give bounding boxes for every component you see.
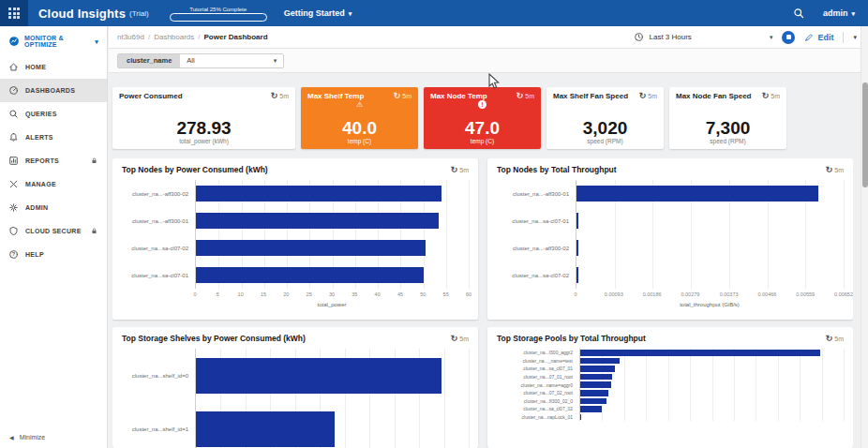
warning-triangle-icon: ⚠ (356, 100, 363, 109)
sidebar-item-label: ADMIN (25, 204, 48, 211)
breadcrumb-bar: nt3u69d / Dashboards / Power Dashboard L… (109, 26, 868, 49)
bar-segment[interactable] (580, 374, 612, 381)
kpi-card-max-node-temp[interactable]: Max Node Temp↻5m!47.0temp (C) (424, 87, 541, 149)
kpi-card-power-consumed[interactable]: Power Consumed↻5m278.93total_power (kWh) (112, 87, 295, 149)
bar-segment[interactable] (580, 398, 606, 405)
kpi-card-max-shelf-fan-speed[interactable]: Max Shelf Fan Speed↻5m3,020speed (RPM) (546, 87, 664, 149)
kpi-value: 7,300 (676, 119, 780, 138)
x-tick-label: 35 (352, 291, 357, 297)
y-axis-labels: cluster_na...-aff300-02cluster_na...-aff… (122, 180, 195, 289)
x-axis-title: total_throughput (GiB/s) (497, 302, 844, 307)
refresh-icon: ↻ (394, 92, 401, 99)
lock-icon (90, 227, 98, 235)
kpi-card-max-node-fan-speed[interactable]: Max Node Fan Speed↻5m7,300speed (RPM) (669, 87, 786, 149)
chart-panel-top-pools-throughput: Top Storage Pools by Total Throughput↻5m… (487, 327, 853, 448)
refresh-icon: ↻ (516, 92, 524, 99)
sidebar-item-label: HELP (25, 251, 44, 258)
sidebar-item-dashboards[interactable]: DASHBOARDS (0, 79, 107, 102)
refresh-control[interactable]: ↻5m (639, 92, 657, 99)
sidebar-item-home[interactable]: HOME (0, 55, 107, 79)
sidebar-item-help[interactable]: ?HELP (0, 243, 107, 266)
brand-title: Cloud Insights (38, 7, 126, 21)
bar-segment[interactable] (580, 350, 820, 356)
chart-title: Top Nodes by Total Throughput (497, 165, 617, 174)
breadcrumb-root[interactable]: nt3u69d (117, 33, 144, 41)
time-range-value: Last 3 Hours (649, 33, 691, 41)
sidebar-item-reports[interactable]: REPORTS (0, 149, 107, 172)
bar-segment[interactable] (580, 406, 602, 412)
refresh-control[interactable]: ↻5m (271, 92, 289, 99)
collapse-left-icon: ◀ (9, 434, 14, 441)
breadcrumb-separator: / (198, 33, 200, 41)
bar-segment[interactable] (580, 390, 608, 396)
y-axis-label: cluster_na...-aff300-02 (497, 234, 576, 261)
sidebar-item-alerts[interactable]: ALERTS (0, 126, 107, 149)
bar-segment[interactable] (196, 358, 441, 394)
sidebar-item-label: CLOUD SECURE (25, 228, 82, 234)
x-tick-label: 0 (193, 291, 196, 297)
refresh-control[interactable]: ↻5m (762, 92, 780, 99)
breadcrumb-dashboards[interactable]: Dashboards (154, 33, 194, 41)
sidebar-item-queries[interactable]: QUERIES (0, 102, 107, 126)
bar-segment[interactable] (576, 186, 818, 202)
refresh-control[interactable]: ↻5m (516, 92, 534, 99)
critical-circle-icon: ! (478, 100, 486, 109)
refresh-control[interactable]: ↻5m (451, 166, 469, 173)
y-axis-label: cluster_na...-aff300-01 (122, 207, 195, 234)
bar-segment[interactable] (196, 186, 441, 202)
bar-segment[interactable] (196, 213, 439, 229)
sidebar-item-label: HOME (25, 64, 46, 70)
y-axis-label: cluster_na...f300_aggr2 (497, 349, 579, 357)
bar-segment[interactable] (196, 267, 424, 283)
refresh-control[interactable]: ↻5m (451, 335, 469, 342)
refresh-interval: 5m (459, 336, 469, 342)
bar-segment[interactable] (196, 411, 335, 447)
x-tick-label: 25 (307, 291, 312, 297)
time-range-select[interactable]: Last 3 Hours ▾ (634, 32, 772, 42)
x-tick-label: 0.00373 (720, 291, 739, 297)
edit-dashboard-button[interactable]: Edit (804, 33, 833, 42)
x-tick-label: 0.00559 (796, 291, 815, 297)
vertical-scrollbar[interactable] (861, 26, 868, 448)
dashboard-actions-dropdown[interactable]: ▾ (853, 34, 857, 41)
bar-segment[interactable] (580, 414, 581, 421)
filter-value-select[interactable]: All ▾ (180, 54, 283, 67)
bar-segment[interactable] (576, 267, 578, 283)
bar-segment[interactable] (576, 213, 578, 229)
getting-started-label: Getting Started (284, 8, 345, 18)
sidebar-minimize-button[interactable]: ◀ Minimize (0, 426, 107, 448)
chevron-down-icon: ▾ (274, 57, 277, 64)
chart-grid: Top Nodes by Power Consumed (kWh)↻5mclus… (112, 158, 853, 448)
user-menu[interactable]: admin ▾ (823, 8, 855, 18)
bar-segment[interactable] (576, 240, 578, 256)
refresh-control[interactable]: ↻5m (394, 92, 412, 99)
bar-segment[interactable] (580, 381, 611, 388)
refresh-interval: 5m (834, 167, 844, 173)
scrollbar-thumb[interactable] (862, 82, 868, 187)
bar-segment[interactable] (196, 240, 426, 256)
chart-panel-top-shelves-power: Top Storage Shelves by Power Consumed (k… (112, 327, 478, 448)
search-button[interactable] (793, 7, 804, 19)
sidebar-item-cloud-secure[interactable]: CLOUD SECURE (0, 219, 107, 243)
tutorial-progress[interactable]: Tutorial 25% Complete (170, 6, 267, 22)
bar-segment[interactable] (580, 366, 615, 372)
owner-avatar[interactable] (782, 31, 795, 44)
chart-plot-area (579, 349, 844, 421)
refresh-control[interactable]: ↻5m (826, 166, 844, 173)
refresh-interval: 5m (648, 93, 657, 99)
top-navbar: Cloud Insights (Trial) Tutorial 25% Comp… (0, 0, 868, 26)
sidebar-section-monitor-optimize[interactable]: MONITOR & OPTIMIZE ▾ (0, 26, 107, 55)
chevron-down-icon: ▾ (349, 10, 352, 17)
search-icon (8, 109, 19, 119)
sidebar-item-admin[interactable]: ADMIN (0, 196, 107, 219)
sidebar-item-label: ALERTS (25, 134, 53, 141)
kpi-card-max-shelf-temp[interactable]: Max Shelf Temp↻5m⚠40.0temp (C) (301, 87, 418, 149)
x-tick-label: 20 (283, 291, 289, 297)
kpi-title: Max Node Fan Speed (676, 92, 751, 100)
bar-segment[interactable] (580, 358, 620, 365)
sidebar-item-manage[interactable]: MANAGE (0, 172, 107, 196)
breadcrumb-separator: / (148, 33, 150, 41)
app-launcher-button[interactable] (0, 0, 28, 26)
refresh-control[interactable]: ↻5m (826, 335, 844, 342)
getting-started-menu[interactable]: Getting Started ▾ (284, 8, 352, 18)
